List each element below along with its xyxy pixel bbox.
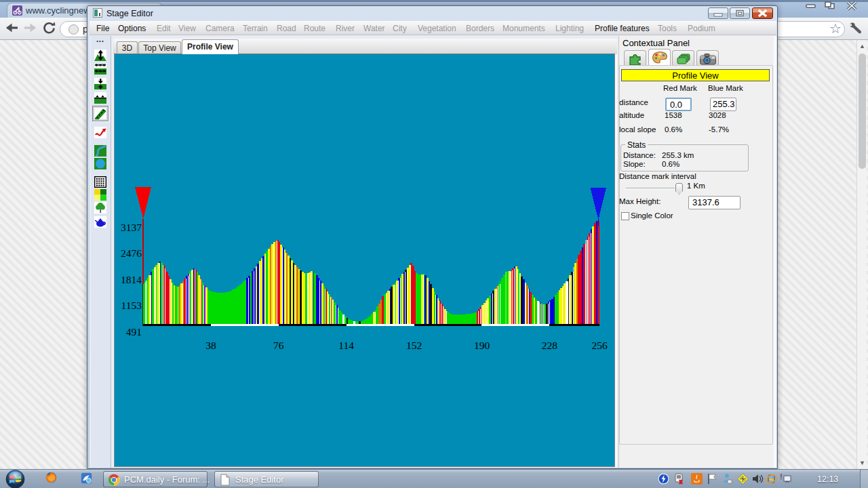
svg-text:38: 38 [205, 340, 216, 351]
svg-text:2476: 2476 [121, 247, 142, 259]
svg-text:1814: 1814 [121, 274, 142, 285]
svg-text:1153: 1153 [121, 300, 142, 311]
svg-text:228: 228 [542, 340, 558, 351]
svg-text:152: 152 [406, 340, 422, 351]
svg-text:491: 491 [126, 326, 142, 338]
svg-text:76: 76 [273, 340, 284, 351]
svg-text:190: 190 [474, 340, 490, 351]
svg-text:114: 114 [338, 340, 354, 351]
svg-text:3137: 3137 [121, 222, 142, 233]
svg-text:256: 256 [591, 340, 608, 351]
